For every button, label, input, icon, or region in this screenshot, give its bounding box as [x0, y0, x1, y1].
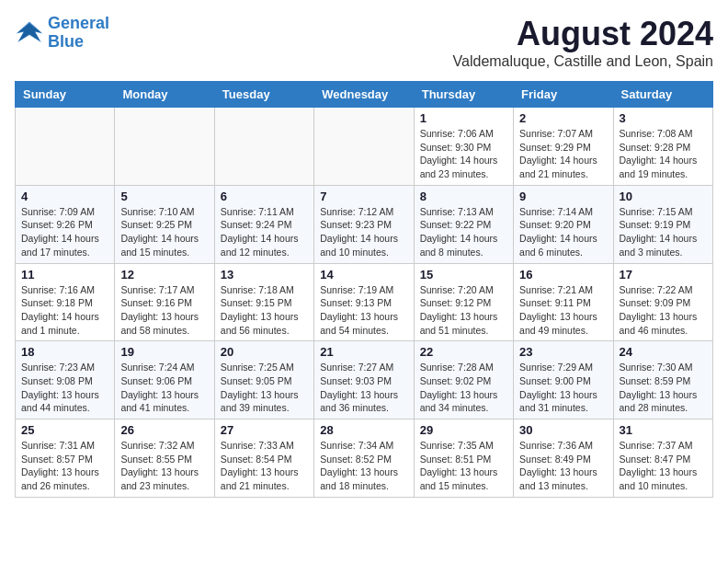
- day-number: 3: [620, 111, 707, 125]
- day-info: Sunrise: 7:31 AM Sunset: 8:57 PM Dayligh…: [21, 439, 108, 493]
- day-info: Sunrise: 7:35 AM Sunset: 8:51 PM Dayligh…: [420, 439, 507, 493]
- day-info: Sunrise: 7:19 AM Sunset: 9:13 PM Dayligh…: [320, 283, 407, 338]
- table-row: 30Sunrise: 7:36 AM Sunset: 8:49 PM Dayli…: [514, 419, 613, 498]
- table-row: 14Sunrise: 7:19 AM Sunset: 9:13 PM Dayli…: [314, 263, 414, 341]
- calendar-week-row: 11Sunrise: 7:16 AM Sunset: 9:18 PM Dayli…: [16, 263, 713, 341]
- day-info: Sunrise: 7:14 AM Sunset: 9:20 PM Dayligh…: [519, 205, 607, 259]
- table-row: 4Sunrise: 7:09 AM Sunset: 9:26 PM Daylig…: [16, 185, 115, 263]
- day-number: 16: [519, 268, 607, 282]
- day-number: 20: [221, 345, 308, 359]
- table-row: 16Sunrise: 7:21 AM Sunset: 9:11 PM Dayli…: [514, 263, 613, 341]
- logo: General Blue: [15, 15, 109, 52]
- logo-icon: [15, 20, 44, 46]
- day-number: 7: [320, 190, 407, 203]
- day-number: 15: [420, 268, 507, 282]
- day-number: 2: [519, 111, 607, 125]
- table-row: 20Sunrise: 7:25 AM Sunset: 9:05 PM Dayli…: [214, 341, 313, 419]
- table-row: [115, 108, 214, 186]
- table-row: 9Sunrise: 7:14 AM Sunset: 9:20 PM Daylig…: [514, 185, 613, 263]
- table-row: 3Sunrise: 7:08 AM Sunset: 9:28 PM Daylig…: [613, 108, 712, 186]
- day-info: Sunrise: 7:16 AM Sunset: 9:18 PM Dayligh…: [21, 283, 108, 338]
- day-number: 9: [519, 190, 607, 203]
- day-info: Sunrise: 7:27 AM Sunset: 9:03 PM Dayligh…: [320, 361, 407, 415]
- day-info: Sunrise: 7:08 AM Sunset: 9:28 PM Dayligh…: [620, 127, 707, 181]
- day-info: Sunrise: 7:21 AM Sunset: 9:11 PM Dayligh…: [519, 283, 607, 338]
- day-number: 1: [420, 111, 507, 125]
- logo-line1: General: [48, 14, 109, 32]
- day-number: 30: [519, 423, 607, 437]
- month-title: August 2024: [453, 15, 713, 53]
- table-row: 23Sunrise: 7:29 AM Sunset: 9:00 PM Dayli…: [514, 341, 613, 419]
- day-info: Sunrise: 7:17 AM Sunset: 9:16 PM Dayligh…: [120, 283, 208, 338]
- table-row: 15Sunrise: 7:20 AM Sunset: 9:12 PM Dayli…: [414, 263, 513, 341]
- day-number: 11: [21, 268, 108, 282]
- header-thursday: Thursday: [414, 82, 513, 108]
- header-saturday: Saturday: [613, 82, 712, 108]
- header-tuesday: Tuesday: [214, 82, 313, 108]
- table-row: 10Sunrise: 7:15 AM Sunset: 9:19 PM Dayli…: [613, 185, 712, 263]
- page-header: General Blue August 2024 Valdemaluque, C…: [15, 15, 713, 70]
- table-row: [16, 108, 115, 186]
- table-row: 22Sunrise: 7:28 AM Sunset: 9:02 PM Dayli…: [414, 341, 513, 419]
- day-number: 14: [320, 268, 407, 282]
- calendar-week-row: 4Sunrise: 7:09 AM Sunset: 9:26 PM Daylig…: [16, 185, 713, 263]
- calendar-week-row: 25Sunrise: 7:31 AM Sunset: 8:57 PM Dayli…: [16, 419, 713, 498]
- day-info: Sunrise: 7:11 AM Sunset: 9:24 PM Dayligh…: [221, 205, 308, 259]
- header-friday: Friday: [514, 82, 613, 108]
- day-number: 28: [320, 423, 407, 437]
- day-number: 18: [21, 345, 108, 359]
- day-number: 25: [21, 423, 108, 437]
- calendar-week-row: 18Sunrise: 7:23 AM Sunset: 9:08 PM Dayli…: [16, 341, 713, 419]
- title-block: August 2024 Valdemaluque, Castille and L…: [453, 15, 713, 70]
- day-number: 4: [21, 190, 108, 203]
- table-row: 24Sunrise: 7:30 AM Sunset: 8:59 PM Dayli…: [613, 341, 712, 419]
- table-row: [214, 108, 313, 186]
- table-row: 11Sunrise: 7:16 AM Sunset: 9:18 PM Dayli…: [16, 263, 115, 341]
- day-info: Sunrise: 7:06 AM Sunset: 9:30 PM Dayligh…: [420, 127, 507, 181]
- day-info: Sunrise: 7:12 AM Sunset: 9:23 PM Dayligh…: [320, 205, 407, 259]
- day-number: 13: [221, 268, 308, 282]
- header-wednesday: Wednesday: [314, 82, 414, 108]
- table-row: 5Sunrise: 7:10 AM Sunset: 9:25 PM Daylig…: [115, 185, 214, 263]
- table-row: 1Sunrise: 7:06 AM Sunset: 9:30 PM Daylig…: [414, 108, 513, 186]
- day-number: 6: [221, 190, 308, 203]
- day-info: Sunrise: 7:24 AM Sunset: 9:06 PM Dayligh…: [120, 361, 208, 415]
- header-sunday: Sunday: [16, 82, 115, 108]
- day-number: 21: [320, 345, 407, 359]
- day-info: Sunrise: 7:37 AM Sunset: 8:47 PM Dayligh…: [620, 439, 707, 493]
- calendar-week-row: 1Sunrise: 7:06 AM Sunset: 9:30 PM Daylig…: [16, 108, 713, 186]
- day-number: 26: [120, 423, 208, 437]
- day-number: 31: [620, 423, 707, 437]
- table-row: 27Sunrise: 7:33 AM Sunset: 8:54 PM Dayli…: [214, 419, 313, 498]
- table-row: 18Sunrise: 7:23 AM Sunset: 9:08 PM Dayli…: [16, 341, 115, 419]
- day-info: Sunrise: 7:34 AM Sunset: 8:52 PM Dayligh…: [320, 439, 407, 493]
- table-row: 31Sunrise: 7:37 AM Sunset: 8:47 PM Dayli…: [613, 419, 712, 498]
- table-row: 29Sunrise: 7:35 AM Sunset: 8:51 PM Dayli…: [414, 419, 513, 498]
- table-row: [314, 108, 414, 186]
- day-number: 8: [420, 190, 507, 203]
- day-number: 23: [519, 345, 607, 359]
- day-info: Sunrise: 7:28 AM Sunset: 9:02 PM Dayligh…: [420, 361, 507, 415]
- day-info: Sunrise: 7:29 AM Sunset: 9:00 PM Dayligh…: [519, 361, 607, 415]
- day-number: 27: [221, 423, 308, 437]
- table-row: 21Sunrise: 7:27 AM Sunset: 9:03 PM Dayli…: [314, 341, 414, 419]
- day-number: 10: [620, 190, 707, 203]
- table-row: 19Sunrise: 7:24 AM Sunset: 9:06 PM Dayli…: [115, 341, 214, 419]
- calendar-table: Sunday Monday Tuesday Wednesday Thursday…: [15, 81, 713, 498]
- table-row: 12Sunrise: 7:17 AM Sunset: 9:16 PM Dayli…: [115, 263, 214, 341]
- day-info: Sunrise: 7:15 AM Sunset: 9:19 PM Dayligh…: [620, 205, 707, 259]
- table-row: 2Sunrise: 7:07 AM Sunset: 9:29 PM Daylig…: [514, 108, 613, 186]
- day-number: 5: [120, 190, 208, 203]
- day-info: Sunrise: 7:22 AM Sunset: 9:09 PM Dayligh…: [620, 283, 707, 338]
- logo-text: General Blue: [48, 15, 109, 52]
- table-row: 13Sunrise: 7:18 AM Sunset: 9:15 PM Dayli…: [214, 263, 313, 341]
- location-title: Valdemaluque, Castille and Leon, Spain: [453, 53, 713, 70]
- table-row: 7Sunrise: 7:12 AM Sunset: 9:23 PM Daylig…: [314, 185, 414, 263]
- day-number: 12: [120, 268, 208, 282]
- header-monday: Monday: [115, 82, 214, 108]
- day-number: 24: [620, 345, 707, 359]
- table-row: 17Sunrise: 7:22 AM Sunset: 9:09 PM Dayli…: [613, 263, 712, 341]
- calendar-header-row: Sunday Monday Tuesday Wednesday Thursday…: [16, 82, 713, 108]
- day-info: Sunrise: 7:18 AM Sunset: 9:15 PM Dayligh…: [221, 283, 308, 338]
- day-info: Sunrise: 7:36 AM Sunset: 8:49 PM Dayligh…: [519, 439, 607, 493]
